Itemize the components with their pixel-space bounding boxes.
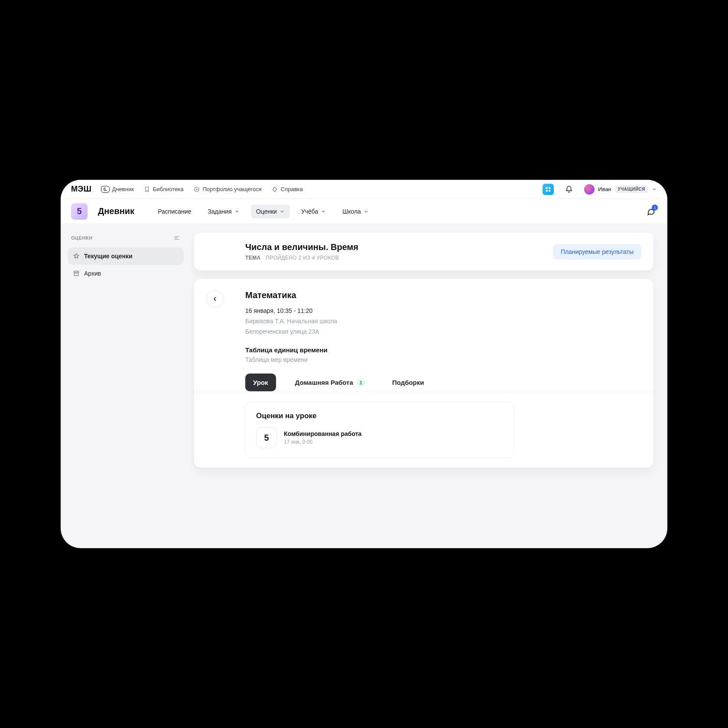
topnav-portfolio[interactable]: Портфолио учащегося bbox=[193, 186, 262, 193]
svg-rect-5 bbox=[74, 271, 79, 273]
lesson-theme-sub: Таблица мер времени bbox=[245, 356, 641, 363]
topic-title: Числа и величины. Время bbox=[245, 242, 358, 252]
sidebar: ОЦЕНКИ Текущие оценки Архив bbox=[61, 224, 191, 548]
sidebar-heading: ОЦЕНКИ bbox=[68, 234, 184, 241]
topic-subtitle: ТЕМА ПРОЙДЕНО 2 ИЗ 4 УРОКОВ bbox=[245, 255, 358, 261]
tab-homework[interactable]: Домашняя Работа1 bbox=[287, 374, 373, 391]
chat-button[interactable]: 1 bbox=[645, 205, 657, 218]
chat-badge: 1 bbox=[652, 205, 658, 211]
grade-value: 5 bbox=[256, 427, 277, 448]
topic-sub-label: ТЕМА bbox=[245, 255, 261, 261]
svg-rect-2 bbox=[549, 187, 550, 188]
diamond-icon bbox=[271, 186, 278, 193]
nav-schedule[interactable]: Расписание bbox=[153, 205, 196, 218]
body: ОЦЕНКИ Текущие оценки Архив bbox=[61, 224, 667, 548]
nav-label: Школа bbox=[342, 208, 361, 215]
user-menu[interactable]: Иван УЧАЩИЙСЯ bbox=[584, 184, 657, 195]
tab-label: Домашняя Работа bbox=[295, 379, 353, 386]
sidebar-item-current-grades[interactable]: Текущие оценки bbox=[68, 247, 184, 265]
topnav-label: Библиотека bbox=[153, 186, 184, 192]
topnav-help[interactable]: Справка bbox=[271, 186, 303, 193]
secondary-nav: 5 Дневник Расписание Задания Оценки Учёб… bbox=[61, 199, 667, 224]
lesson-card: Математика 16 января, 10:35 - 11:20 Бирю… bbox=[194, 279, 653, 468]
topnav-label: Справка bbox=[281, 186, 303, 192]
topic-info: Числа и величины. Время ТЕМА ПРОЙДЕНО 2 … bbox=[245, 242, 358, 261]
lesson-datetime: 16 января, 10:35 - 11:20 bbox=[245, 307, 641, 314]
divider bbox=[194, 392, 653, 392]
tab-lesson[interactable]: Урок bbox=[245, 374, 276, 391]
topic-card: Числа и величины. Время ТЕМА ПРОЙДЕНО 2 … bbox=[194, 233, 653, 270]
nav-grades[interactable]: Оценки bbox=[251, 205, 290, 218]
grade-row: 5 Комбинированная работа 17 янв, 0:00 bbox=[256, 427, 503, 448]
lesson-grades-section: Оценки на уроке 5 Комбинированная работа… bbox=[245, 402, 641, 458]
svg-rect-3 bbox=[546, 190, 548, 192]
nav-school[interactable]: Школа bbox=[337, 205, 374, 218]
tab-collections[interactable]: Подборки bbox=[384, 374, 432, 391]
lesson-body: Математика 16 января, 10:35 - 11:20 Бирю… bbox=[245, 290, 641, 363]
nav-label: Учёба bbox=[301, 208, 318, 215]
grade-text: Комбинированная работа 17 янв, 0:00 bbox=[284, 430, 361, 445]
chevron-down-icon bbox=[280, 209, 285, 214]
back-button[interactable] bbox=[206, 290, 224, 308]
apps-icon[interactable] bbox=[543, 184, 554, 195]
svg-rect-4 bbox=[549, 190, 550, 192]
svg-rect-1 bbox=[546, 187, 548, 188]
nav-label: Оценки bbox=[256, 208, 277, 215]
tab-label: Урок bbox=[253, 379, 268, 386]
grade-work-date: 17 янв, 0:00 bbox=[284, 439, 361, 445]
collapse-icon[interactable] bbox=[173, 234, 180, 241]
topbar: МЭШ 5. Дневник Библиотека Портфолио учащ… bbox=[61, 180, 667, 199]
plus-circle-icon bbox=[193, 186, 200, 193]
main: Числа и величины. Время ТЕМА ПРОЙДЕНО 2 … bbox=[191, 224, 667, 548]
app-badge: 5 bbox=[71, 203, 88, 220]
topnav-diary[interactable]: 5. Дневник bbox=[101, 186, 133, 193]
chevron-down-icon bbox=[321, 209, 326, 214]
nav-tasks[interactable]: Задания bbox=[202, 205, 244, 218]
app-window: МЭШ 5. Дневник Библиотека Портфолио учащ… bbox=[61, 180, 667, 548]
tab-label: Подборки bbox=[392, 379, 424, 386]
app-title: Дневник bbox=[98, 206, 134, 216]
topnav-library[interactable]: Библиотека bbox=[143, 186, 184, 193]
bookmark-icon bbox=[143, 186, 150, 193]
nav-study[interactable]: Учёба bbox=[296, 205, 331, 218]
logo: МЭШ bbox=[71, 185, 91, 194]
star-icon bbox=[73, 253, 80, 260]
notifications-button[interactable] bbox=[563, 184, 575, 195]
lesson-tabs: Урок Домашняя Работа1 Подборки bbox=[245, 374, 641, 392]
avatar bbox=[584, 184, 595, 195]
topnav-label: Дневник bbox=[112, 186, 134, 192]
lesson-address: Белореченская улица 23А bbox=[245, 328, 641, 335]
sidebar-item-archive[interactable]: Архив bbox=[68, 265, 184, 282]
tab-badge: 1 bbox=[357, 379, 365, 386]
lesson-theme-title: Таблица единиц времени bbox=[245, 346, 641, 354]
lesson-subject: Математика bbox=[245, 290, 641, 300]
archive-icon bbox=[73, 270, 80, 277]
sidebar-item-label: Текущие оценки bbox=[84, 253, 133, 260]
planned-results-button[interactable]: Планируемые результаты bbox=[553, 244, 641, 260]
nav-label: Задания bbox=[208, 208, 231, 215]
chevron-down-icon bbox=[364, 209, 369, 214]
chevron-down-icon bbox=[652, 187, 657, 192]
nav-label: Расписание bbox=[158, 208, 191, 215]
topic-sub-text: ПРОЙДЕНО 2 ИЗ 4 УРОКОВ bbox=[266, 255, 339, 261]
grades-card: Оценки на уроке 5 Комбинированная работа… bbox=[245, 402, 514, 458]
grade-work-title: Комбинированная работа bbox=[284, 430, 361, 437]
user-name: Иван bbox=[598, 186, 611, 192]
sidebar-heading-text: ОЦЕНКИ bbox=[71, 235, 93, 240]
sidebar-item-label: Архив bbox=[84, 270, 101, 277]
grades-title: Оценки на уроке bbox=[256, 412, 503, 420]
topnav-label: Портфолио учащегося bbox=[203, 186, 262, 192]
user-role-badge: УЧАЩИЙСЯ bbox=[615, 185, 648, 193]
chevron-down-icon bbox=[234, 209, 240, 214]
nav2-items: Расписание Задания Оценки Учёба Школа bbox=[153, 205, 374, 218]
lesson-teacher: Бирюкова Т.А. Начальная школа bbox=[245, 318, 641, 325]
badge-5-icon: 5. bbox=[101, 186, 109, 193]
